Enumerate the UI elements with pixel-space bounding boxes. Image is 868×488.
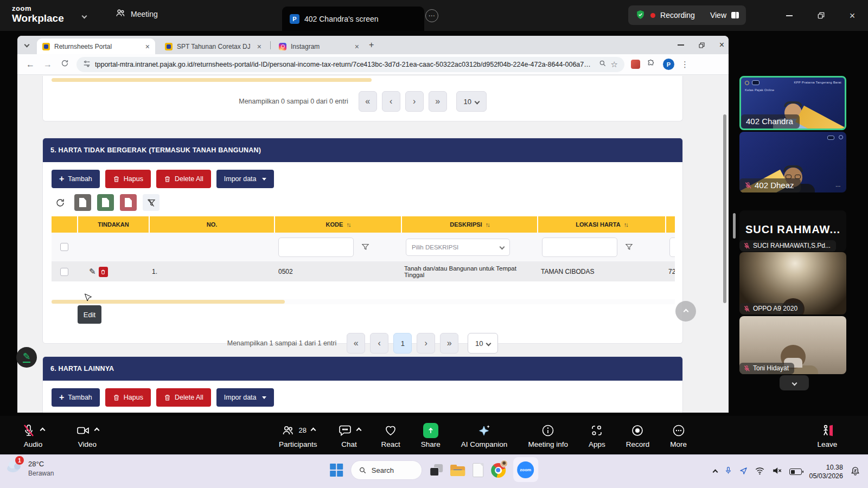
impor-data-button[interactable]: Impor data (216, 170, 274, 188)
browser-menu-icon[interactable]: ⋮ (681, 60, 689, 69)
last-page-button[interactable]: » (429, 91, 447, 112)
annotation-button[interactable]: ✎ (16, 347, 37, 368)
forward-icon[interactable]: → (43, 60, 52, 69)
browser-tab-coretax[interactable]: SPT Tahunan Coretax DJP | Dire × (159, 38, 267, 54)
zoom-app-button[interactable]: zoom (513, 457, 538, 482)
tab-meeting[interactable]: Meeting (115, 8, 158, 20)
close-button[interactable]: × (837, 0, 868, 31)
task-view-button[interactable] (430, 464, 443, 476)
video-tile-suci[interactable]: SUCI RAHMAW... SUCI RAHMAWATI,S.Pd... (739, 210, 846, 252)
chat-options-chevron[interactable] (356, 428, 361, 433)
filter-icon[interactable] (625, 243, 633, 251)
col-deskripsi[interactable]: DESKRIPSI↑↓ (401, 216, 537, 233)
site-info-icon[interactable] (83, 60, 91, 69)
scroll-participants-down-button[interactable] (780, 375, 809, 390)
tambah-button[interactable]: + Tambah (52, 170, 100, 188)
browser-tab-instagram[interactable]: Instagram × (273, 38, 365, 54)
next-page-button[interactable]: › (405, 91, 424, 112)
toolbar-share[interactable]: Share (421, 422, 441, 448)
toolbar-meeting-info[interactable]: Meeting info (528, 422, 568, 448)
workspace-dropdown-icon[interactable] (82, 14, 87, 19)
close-tab-icon[interactable]: × (355, 42, 359, 51)
video-tile-oppo[interactable]: OPPO A9 2020 (739, 252, 846, 314)
hapus-button[interactable]: Hapus (105, 170, 151, 188)
prev-page-button[interactable]: ‹ (382, 91, 400, 112)
close-tab-icon[interactable]: × (257, 42, 261, 51)
new-tab-button[interactable]: + (369, 40, 374, 50)
zoom-page-icon[interactable] (599, 60, 607, 69)
row-checkbox[interactable] (60, 268, 68, 276)
security-shield-icon[interactable] (635, 9, 646, 22)
reload-icon[interactable] (61, 59, 69, 69)
toolbar-leave[interactable]: Leave (818, 422, 838, 448)
export-file-button[interactable] (74, 194, 91, 211)
profile-avatar[interactable]: P (663, 59, 674, 70)
close-tab-icon[interactable]: × (145, 42, 150, 51)
extensions-puzzle-icon[interactable] (647, 59, 655, 70)
table-row[interactable]: ✎ 1. 0502 Tanah dan/atau Bangunan untuk … (52, 262, 675, 281)
wifi-icon[interactable] (755, 466, 765, 477)
browser-scrollbar-thumb[interactable] (723, 114, 726, 303)
url-text[interactable]: tpportal-mtra.intranet.pajak.go.id/retur… (95, 61, 595, 68)
toolbar-react[interactable]: React (381, 422, 400, 448)
sort-icon[interactable]: ↑↓ (624, 221, 628, 228)
scroll-to-top-button[interactable] (675, 301, 696, 322)
browser-tab-returnsheets[interactable]: Returnsheets Portal × (37, 38, 155, 54)
refresh-button[interactable] (52, 194, 68, 211)
first-page-button[interactable]: « (347, 333, 365, 354)
toolbar-apps[interactable]: Apps (589, 422, 605, 448)
toolbar-ai-companion[interactable]: AI Companion (461, 422, 508, 448)
bookmark-star-icon[interactable]: ☆ (611, 60, 618, 69)
back-icon[interactable]: ← (26, 60, 35, 69)
sort-icon[interactable]: ↑↓ (346, 221, 350, 228)
next-page-button[interactable]: › (417, 333, 435, 354)
browser-minimize-button[interactable] (678, 44, 684, 46)
tab-shared-screen[interactable]: P 402 Chandra's screen (282, 7, 424, 31)
toolbar-more[interactable]: More (670, 422, 687, 448)
col-kode[interactable]: KODE↑↓ (274, 216, 401, 233)
delete-all-button[interactable]: Delete All (156, 388, 211, 407)
view-layout-icon[interactable] (731, 12, 739, 18)
extension-icon[interactable] (631, 60, 640, 69)
filter-icon[interactable] (361, 243, 369, 251)
chrome-button[interactable] (491, 463, 506, 478)
start-button[interactable] (330, 464, 343, 477)
taskbar-clock[interactable]: 10.38 05/03/2026 (809, 463, 843, 481)
page-size-select[interactable]: 10 (456, 91, 487, 112)
first-page-button[interactable]: « (359, 91, 377, 112)
restore-button[interactable] (805, 0, 837, 31)
audio-options-chevron[interactable] (40, 428, 46, 433)
deskripsi-filter-select[interactable]: Pilih DESKRIPSI (406, 239, 510, 256)
more-options-button[interactable]: ⋯ (425, 9, 438, 22)
export-excel-button[interactable] (97, 194, 114, 211)
select-all-checkbox[interactable] (60, 243, 68, 251)
document-app-button[interactable] (473, 463, 483, 477)
current-page-button[interactable]: 1 (393, 333, 412, 354)
weather-widget[interactable]: 1 28°C Berawan (5, 459, 54, 477)
lokasi-filter-input[interactable] (542, 237, 617, 257)
toolbar-record[interactable]: Record (626, 422, 650, 448)
clipped-filter-input[interactable] (669, 237, 675, 257)
browser-close-button[interactable]: × (719, 40, 724, 50)
toolbar-video[interactable]: Video (76, 422, 99, 448)
toolbar-participants[interactable]: 28 Participants (279, 422, 317, 448)
battery-icon[interactable] (789, 468, 802, 475)
participants-options-chevron[interactable] (311, 428, 316, 433)
browser-restore-button[interactable] (698, 42, 705, 49)
notification-bell-icon[interactable] (850, 466, 860, 478)
toolbar-chat[interactable]: Chat (338, 422, 361, 448)
browser-scrollbar-track[interactable] (723, 112, 727, 372)
tab-search-icon[interactable] (24, 42, 30, 48)
delete-all-button[interactable]: Delete All (156, 170, 211, 188)
file-explorer-button[interactable] (450, 465, 465, 476)
hapus-button[interactable]: Hapus (105, 388, 151, 407)
tile-options-icon[interactable]: ⋯ (835, 183, 842, 189)
prev-page-button[interactable]: ‹ (370, 333, 388, 354)
toolbar-audio[interactable]: Audio (22, 422, 44, 448)
delete-row-icon[interactable] (99, 267, 108, 277)
impor-data-button[interactable]: Impor data (216, 388, 274, 407)
view-button[interactable]: View (710, 11, 726, 20)
video-tile-chandra[interactable]: Kelas Pajak Online KPP Pratama Tangerang… (739, 76, 846, 130)
video-tile-toni[interactable]: Toni Hidayat (739, 316, 846, 374)
sort-icon[interactable]: ↑↓ (486, 221, 489, 228)
